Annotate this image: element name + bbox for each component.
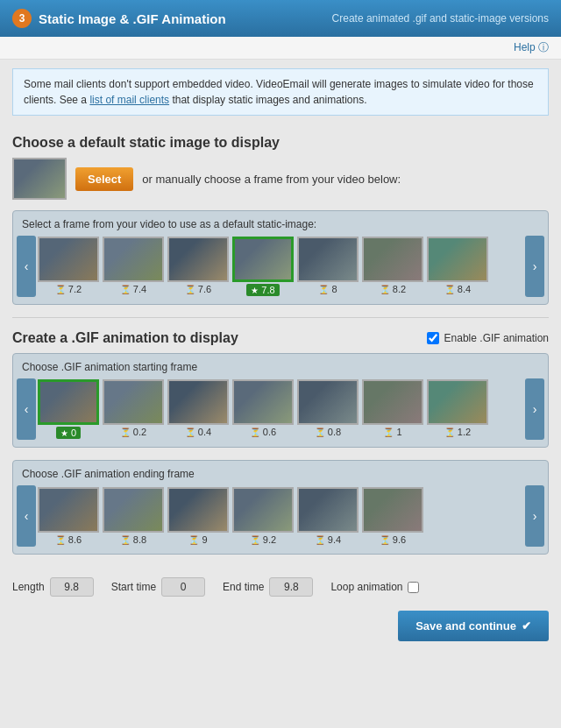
clock-icon: ⏳ — [55, 535, 66, 545]
frame-thumbnail[interactable] — [427, 237, 488, 282]
gif-section-header: Create a .GIF animation to display Enabl… — [0, 322, 561, 353]
gif-enable-label: Enable .GIF animation — [444, 332, 549, 344]
preview-thumbnail — [12, 158, 67, 200]
frame-time: 0.2 — [133, 427, 146, 437]
frame-time: 8.8 — [133, 534, 146, 545]
clock-icon: ⏳ — [120, 535, 131, 545]
frame-label: ⏳ 9.2 — [250, 534, 276, 545]
start-time-value: 0 — [161, 577, 205, 597]
frame-item: ⏳ 1.2 — [427, 379, 488, 439]
clock-icon: ⏳ — [383, 428, 394, 437]
frame-thumbnail-selected[interactable] — [38, 379, 99, 425]
frame-label: ⏳ 0.2 — [120, 427, 146, 437]
star-icon: ★ — [251, 286, 259, 295]
clock-icon: ⏳ — [444, 428, 455, 437]
frame-time: 1.2 — [458, 427, 471, 437]
frame-thumbnail-selected[interactable] — [232, 237, 294, 282]
frame-thumbnail[interactable] — [427, 379, 488, 425]
page-title: Static Image & .GIF Animation — [39, 11, 226, 26]
clock-icon: ⏳ — [444, 285, 455, 294]
gif-end-carousel-label: Choose .GIF animation ending frame — [17, 468, 544, 485]
frame-item-selected: ★ 7.8 — [232, 237, 294, 296]
start-time-label: Start time — [111, 581, 156, 593]
frame-thumbnail[interactable] — [38, 237, 99, 282]
save-row: Save and continue ✔ — [0, 604, 561, 652]
frame-label: ⏳ 9 — [188, 534, 207, 545]
gif-end-frames-container: ⏳ 8.6 ⏳ 8.8 ⏳ 9 — [38, 487, 523, 545]
help-link[interactable]: Help ⓘ — [514, 41, 549, 53]
frame-thumbnail[interactable] — [362, 237, 423, 282]
frame-time: 9.6 — [393, 534, 406, 545]
frame-thumbnail[interactable] — [167, 379, 229, 425]
frame-time: 0.6 — [263, 427, 276, 437]
frame-label: ⏳ 8.2 — [380, 284, 406, 294]
frame-label: ⏳ 1.2 — [444, 427, 471, 437]
static-carousel-row: ‹ ⏳ 7.2 ⏳ 7.4 ⏳ — [17, 236, 544, 297]
frame-label: ⏳ 9.6 — [380, 534, 406, 545]
clock-icon: ⏳ — [120, 285, 131, 294]
frame-label: ⏳ 7.6 — [185, 284, 211, 294]
mail-clients-link[interactable]: list of mail clients — [89, 94, 169, 106]
step-badge: 3 — [12, 9, 32, 28]
gif-start-prev-arrow[interactable]: ‹ — [17, 378, 36, 440]
frame-thumbnail[interactable] — [103, 379, 164, 425]
static-image-row: Select or manually choose a frame from y… — [0, 158, 561, 210]
frame-item: ⏳ 9.2 — [232, 487, 294, 545]
frame-thumbnail[interactable] — [103, 237, 164, 282]
frame-time: 8.4 — [458, 284, 471, 294]
frame-item: ⏳ 1 — [362, 379, 423, 439]
clock-icon: ⏳ — [185, 285, 195, 294]
select-button[interactable]: Select — [75, 167, 133, 191]
frame-item: ⏳ 0.8 — [297, 379, 359, 439]
loop-control: Loop animation — [330, 581, 419, 593]
frame-thumbnail[interactable] — [232, 379, 294, 425]
loop-checkbox[interactable] — [408, 582, 419, 593]
frame-thumbnail[interactable] — [38, 487, 99, 533]
frame-item: ⏳ 8.2 — [362, 237, 423, 296]
gif-start-carousel-panel: Choose .GIF animation starting frame ‹ ★… — [12, 353, 549, 448]
gif-end-next-arrow[interactable]: › — [525, 485, 544, 547]
frame-item: ⏳ 0.6 — [232, 379, 294, 439]
frame-item: ⏳ 7.6 — [167, 237, 229, 296]
static-carousel-panel: Select a frame from your video to use as… — [12, 210, 549, 305]
gif-end-prev-arrow[interactable]: ‹ — [17, 485, 36, 547]
frame-time: 7.8 — [261, 285, 274, 295]
static-prev-arrow[interactable]: ‹ — [17, 236, 36, 297]
frame-time: 9 — [202, 534, 207, 545]
frame-item: ⏳ 0.4 — [167, 379, 229, 439]
frame-thumbnail[interactable] — [362, 379, 423, 425]
clock-icon: ⏳ — [315, 428, 325, 437]
end-time-label: End time — [223, 581, 264, 593]
help-bar: Help ⓘ — [0, 37, 561, 60]
gif-start-frames-container: ★ 0 ⏳ 0.2 ⏳ 0.4 — [38, 379, 523, 439]
frame-thumbnail[interactable] — [167, 237, 229, 282]
frame-thumbnail[interactable] — [297, 237, 359, 282]
section-divider — [12, 317, 549, 318]
frame-thumbnail[interactable] — [103, 487, 164, 533]
frame-time: 9.2 — [263, 534, 276, 545]
length-value: 9.8 — [50, 577, 94, 597]
frame-item: ⏳ 8.4 — [427, 237, 488, 296]
gif-start-carousel-row: ‹ ★ 0 ⏳ 0.2 ⏳ — [17, 378, 544, 440]
frame-thumbnail[interactable] — [297, 379, 359, 425]
frame-label: ⏳ 0.4 — [185, 427, 211, 437]
gif-start-next-arrow[interactable]: › — [525, 378, 544, 440]
frame-time: 0.8 — [328, 427, 341, 437]
frame-time: 0.4 — [198, 427, 211, 437]
static-next-arrow[interactable]: › — [525, 236, 544, 297]
frame-time: 1 — [396, 427, 401, 437]
frame-thumbnail[interactable] — [167, 487, 229, 533]
save-button-label: Save and continue — [415, 619, 516, 633]
static-frames-container: ⏳ 7.2 ⏳ 7.4 ⏳ 7.6 — [38, 237, 523, 296]
save-continue-button[interactable]: Save and continue ✔ — [398, 611, 549, 641]
frame-thumbnail[interactable] — [362, 487, 423, 533]
frame-time: 7.6 — [198, 284, 211, 294]
frame-label: ⏳ 1 — [383, 427, 401, 437]
frame-thumbnail[interactable] — [297, 487, 359, 533]
gif-enable-checkbox[interactable] — [427, 332, 439, 344]
frame-thumbnail[interactable] — [232, 487, 294, 533]
end-time-control: End time 9.8 — [223, 577, 313, 597]
clock-icon: ⏳ — [250, 535, 260, 545]
page-header: 3 Static Image & .GIF Animation Create a… — [0, 0, 561, 37]
clock-icon: ⏳ — [318, 285, 329, 294]
